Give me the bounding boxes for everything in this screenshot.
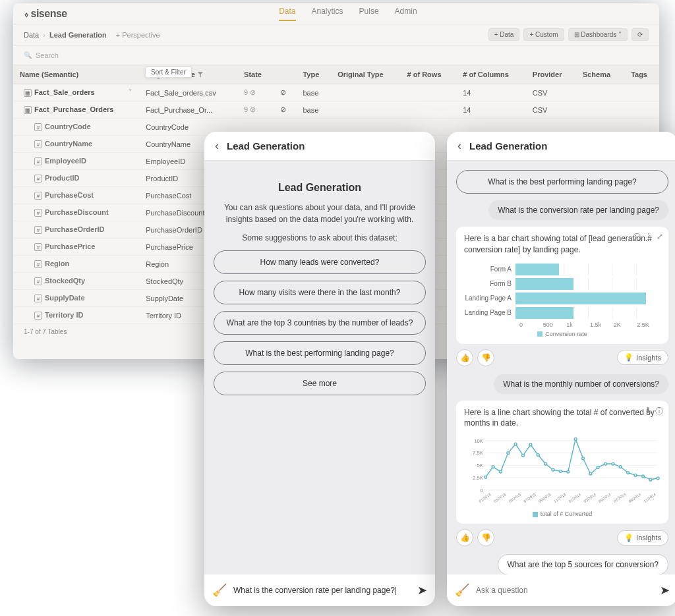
svg-point-30	[634, 474, 637, 477]
svg-point-26	[604, 462, 607, 465]
user-message: What is the conversion rate per landing …	[488, 200, 668, 220]
insights-button[interactable]: 💡 Insights	[617, 350, 668, 365]
followup-suggestion[interactable]: What are the top 5 sources for conversio…	[498, 554, 668, 574]
suggestion-button[interactable]: See more	[214, 372, 426, 395]
add-data-button[interactable]: + Data	[488, 28, 520, 41]
svg-point-20	[559, 470, 562, 473]
chat-header: ‹ Lead Generation	[204, 132, 435, 161]
svg-text:01/2013: 01/2013	[478, 492, 491, 503]
chat-title: Lead Generation	[469, 140, 547, 152]
suggestion-top[interactable]: What is the best performing landing page…	[456, 170, 668, 194]
svg-text:03/2014: 03/2014	[583, 492, 597, 503]
send-icon[interactable]: ➤	[660, 583, 670, 598]
svg-text:09/2013: 09/2013	[538, 492, 551, 503]
svg-text:7.5K: 7.5K	[473, 451, 484, 457]
table-row[interactable]: ▦Fact_Purchase_OrdersFact_Purchase_Or...…	[13, 101, 659, 119]
bar-chart: Form AForm BLanding Page ALanding Page B…	[464, 261, 660, 337]
svg-point-13	[507, 452, 510, 455]
column-header[interactable]: Name (Semantic)	[13, 65, 139, 84]
info-icon[interactable]: ⓘ	[633, 232, 641, 243]
intro-text: You can ask questions about your data, a…	[214, 202, 426, 225]
send-icon[interactable]: ➤	[417, 583, 427, 598]
add-perspective[interactable]: + Perspective	[116, 31, 160, 39]
nav-admin[interactable]: Admin	[395, 7, 417, 21]
feedback-row: 👍 👎 💡 Insights	[456, 349, 668, 366]
svg-point-14	[514, 443, 517, 445]
clear-icon[interactable]: 🧹	[212, 583, 227, 598]
chat-panel-suggestions: ‹ Lead Generation Lead Generation You ca…	[204, 132, 435, 606]
column-header[interactable]: Type	[296, 65, 331, 84]
thumbs-up-icon[interactable]: 👍	[456, 349, 473, 366]
more-icon[interactable]: ⋮	[645, 232, 653, 243]
thumbs-up-icon[interactable]: 👍	[456, 529, 473, 546]
suggestion-button[interactable]: What are the top 3 countries by the numb…	[214, 311, 426, 335]
column-header[interactable]	[274, 65, 296, 84]
column-header[interactable]: Tags	[624, 65, 659, 84]
svg-point-31	[641, 475, 644, 478]
thumbs-down-icon[interactable]: 👎	[477, 349, 494, 366]
svg-text:0: 0	[481, 488, 483, 493]
bot-card-bar: ⓘ ⋮ ⤢ Here is a bar chart showing total …	[456, 227, 668, 344]
column-header[interactable]: Original Type	[331, 65, 400, 84]
filter-icon[interactable]	[198, 72, 203, 77]
insights-button[interactable]: 💡 Insights	[617, 530, 668, 546]
bot-card-line: ⬇ ⓘ Here is a line chart showing the tot…	[456, 401, 668, 524]
svg-text:11/2014: 11/2014	[643, 492, 657, 503]
search-bar[interactable]: Search	[13, 45, 659, 65]
nav-data[interactable]: Data	[279, 7, 295, 21]
svg-point-19	[552, 468, 554, 471]
expand-icon[interactable]: ⤢	[657, 232, 663, 243]
suggestion-button[interactable]: How many leads were converted?	[214, 250, 426, 274]
column-header[interactable]: # of Rows	[401, 65, 457, 84]
svg-point-16	[529, 443, 532, 446]
back-icon[interactable]: ‹	[215, 139, 219, 153]
column-header[interactable]: State	[237, 65, 274, 84]
logo: sisense	[24, 8, 67, 20]
back-icon[interactable]: ‹	[457, 139, 461, 153]
bar-label: Landing Page B	[464, 309, 515, 316]
column-header[interactable]: # of Columns	[456, 65, 526, 84]
svg-point-32	[649, 478, 652, 481]
type-icon: ▦	[24, 89, 32, 97]
line-legend: total of # Converted	[464, 511, 660, 517]
bar-label: Form B	[464, 280, 515, 287]
type-icon: #	[34, 209, 42, 217]
nav-pulse[interactable]: Pulse	[359, 7, 379, 21]
table-row[interactable]: ▦Fact_Sale_orders ˅Fact_Sale_orders.csv9…	[13, 84, 659, 101]
breadcrumb-current[interactable]: Lead Generation	[49, 31, 107, 39]
svg-point-25	[597, 466, 599, 469]
svg-point-17	[537, 454, 539, 457]
column-header[interactable]: Schema	[576, 65, 624, 84]
line-chart: 10K7.5K5K2.5K001/201303/201305/201307/20…	[464, 434, 660, 517]
breadcrumb-root[interactable]: Data	[24, 31, 39, 39]
chat-input[interactable]	[476, 586, 653, 595]
svg-point-21	[567, 470, 570, 473]
svg-point-33	[657, 477, 659, 480]
clear-icon[interactable]: 🧹	[455, 583, 469, 598]
nav-analytics[interactable]: Analytics	[312, 7, 343, 21]
type-icon: #	[34, 277, 42, 285]
suggestion-button[interactable]: How many visits were there in the last m…	[214, 281, 426, 304]
type-icon: #	[34, 157, 42, 165]
add-custom-button[interactable]: + Custom	[523, 28, 564, 41]
breadcrumb: Data › Lead Generation + Perspective + D…	[13, 24, 659, 45]
info-icon[interactable]: ⓘ	[655, 406, 663, 417]
user-message: What is the monthly number of conversion…	[494, 374, 668, 394]
intro-title: Lead Generation	[214, 182, 426, 194]
chat-title: Lead Generation	[227, 140, 305, 152]
type-icon: #	[34, 140, 42, 148]
svg-text:01/2014: 01/2014	[568, 492, 582, 503]
thumbs-down-icon[interactable]: 👎	[477, 529, 494, 546]
chat-panel-conversation: ‹ Lead Generation What is the best perfo…	[447, 132, 675, 606]
chat-input[interactable]	[233, 586, 411, 595]
svg-text:03/2013: 03/2013	[493, 492, 506, 503]
svg-point-28	[619, 466, 622, 468]
svg-point-23	[582, 457, 585, 460]
suggestion-button[interactable]: What is the best performing landing page…	[214, 341, 426, 365]
top-nav: sisense Data Analytics Pulse Admin	[13, 3, 659, 24]
dashboards-button[interactable]: ⊞ Dashboards ˅	[568, 28, 628, 41]
refresh-button[interactable]: ⟳	[631, 28, 649, 41]
download-icon[interactable]: ⬇	[645, 406, 651, 417]
column-header[interactable]: Provider	[526, 65, 576, 84]
sort-filter-tooltip: Sort & Filter	[145, 67, 192, 78]
